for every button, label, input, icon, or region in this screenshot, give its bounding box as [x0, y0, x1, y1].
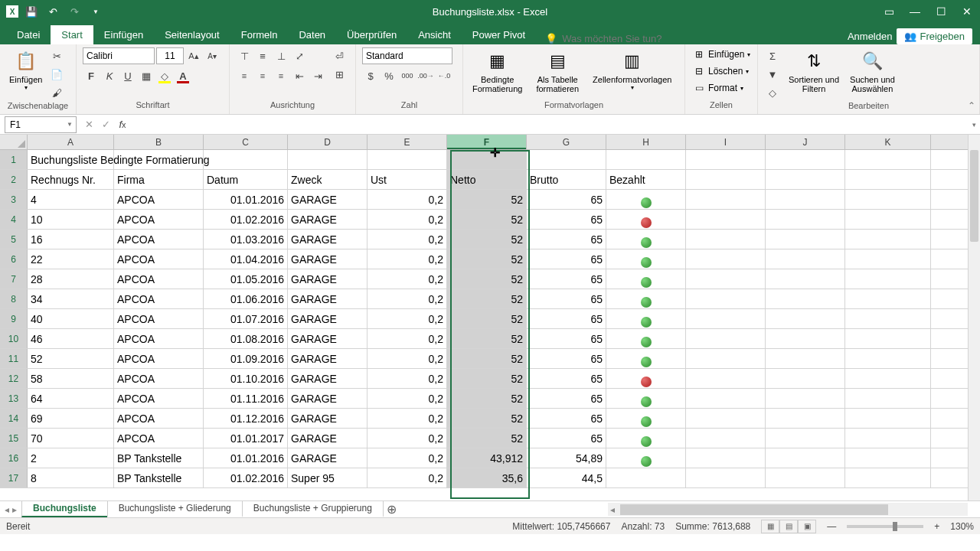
- cell-G6[interactable]: 65: [527, 249, 606, 269]
- undo-button[interactable]: ↶: [44, 3, 61, 20]
- cell-K17[interactable]: [845, 468, 931, 487]
- align-left-button[interactable]: ≡: [236, 67, 253, 84]
- cell-A4[interactable]: 10: [28, 210, 114, 229]
- cell-H13[interactable]: [606, 389, 686, 408]
- cell-I2[interactable]: [686, 170, 766, 189]
- cell-J4[interactable]: [766, 210, 845, 229]
- cell-H8[interactable]: [606, 289, 686, 308]
- cell-A17[interactable]: 8: [28, 468, 114, 487]
- conditional-formatting-button[interactable]: ▦ Bedingte Formatierung: [469, 47, 525, 95]
- cell-A14[interactable]: 69: [28, 409, 114, 428]
- increase-indent-button[interactable]: ⇥: [309, 67, 326, 84]
- redo-button[interactable]: ↷: [66, 3, 83, 20]
- cell-C14[interactable]: 01.12.2016: [204, 409, 288, 428]
- column-header-J[interactable]: J: [766, 135, 845, 149]
- ribbon-display-options[interactable]: ▭: [876, 0, 902, 23]
- cell-C16[interactable]: 01.01.2016: [204, 448, 288, 468]
- horizontal-scrollbar[interactable]: ◂: [608, 503, 968, 516]
- tell-me-input[interactable]: [562, 33, 700, 44]
- cell-K5[interactable]: [845, 230, 931, 249]
- cell-A16[interactable]: 2: [28, 448, 114, 468]
- cancel-formula-button[interactable]: ✕: [81, 117, 96, 132]
- cell-B10[interactable]: APCOA: [114, 329, 204, 348]
- cell-E17[interactable]: 0,2: [368, 468, 447, 487]
- column-header-G[interactable]: G: [527, 135, 606, 149]
- cell-A3[interactable]: 4: [28, 190, 114, 209]
- column-header-C[interactable]: C: [204, 135, 288, 149]
- cell-B6[interactable]: APCOA: [114, 249, 204, 269]
- column-header-I[interactable]: I: [686, 135, 766, 149]
- cell-C9[interactable]: 01.07.2016: [204, 309, 288, 328]
- cell-H10[interactable]: [606, 329, 686, 348]
- tab-powerpivot[interactable]: Power Pivot: [462, 25, 536, 44]
- cell-D15[interactable]: GARAGE: [288, 429, 368, 448]
- cell-E16[interactable]: 0,2: [368, 448, 447, 468]
- increase-decimal-button[interactable]: .00→: [417, 67, 434, 84]
- tab-home[interactable]: Start: [51, 25, 93, 44]
- cell-J15[interactable]: [766, 429, 845, 448]
- cell-C13[interactable]: 01.11.2016: [204, 389, 288, 408]
- cell-A5[interactable]: 16: [28, 230, 114, 249]
- cell-G8[interactable]: 65: [527, 289, 606, 308]
- tab-data[interactable]: Daten: [288, 25, 336, 44]
- tab-page-layout[interactable]: Seitenlayout: [154, 25, 230, 44]
- cell-I16[interactable]: [686, 448, 766, 468]
- cell-G12[interactable]: 65: [527, 369, 606, 388]
- row-header-3[interactable]: 3: [0, 190, 28, 209]
- paste-button[interactable]: 📋 Einfügen ▾: [6, 47, 45, 93]
- cell-B9[interactable]: APCOA: [114, 309, 204, 328]
- row-header-13[interactable]: 13: [0, 389, 28, 408]
- formula-input[interactable]: [135, 116, 968, 133]
- cell-I11[interactable]: [686, 349, 766, 368]
- row-header-4[interactable]: 4: [0, 210, 28, 229]
- cell-H6[interactable]: [606, 249, 686, 269]
- new-sheet-button[interactable]: ⊕: [383, 501, 401, 517]
- cell-E13[interactable]: 0,2: [368, 389, 447, 408]
- cell-D8[interactable]: GARAGE: [288, 289, 368, 308]
- cell-I6[interactable]: [686, 249, 766, 269]
- cell-E10[interactable]: 0,2: [368, 329, 447, 348]
- sort-filter-button[interactable]: ⇅ Sortieren und Filtern: [786, 47, 842, 95]
- cell-G1[interactable]: [527, 150, 606, 169]
- merge-center-button[interactable]: ⊞: [329, 66, 349, 83]
- column-header-K[interactable]: K: [845, 135, 931, 149]
- zoom-in-button[interactable]: +: [934, 521, 939, 532]
- cell-H3[interactable]: [606, 190, 686, 209]
- save-button[interactable]: 💾: [23, 3, 40, 20]
- cell-A10[interactable]: 46: [28, 329, 114, 348]
- fx-button[interactable]: fx: [115, 117, 130, 132]
- cell-G14[interactable]: 65: [527, 409, 606, 428]
- cell-I4[interactable]: [686, 210, 766, 229]
- cell-B3[interactable]: APCOA: [114, 190, 204, 209]
- cell-J1[interactable]: [766, 150, 845, 169]
- cell-E11[interactable]: 0,2: [368, 349, 447, 368]
- cell-J10[interactable]: [766, 329, 845, 348]
- cell-J2[interactable]: [766, 170, 845, 189]
- cell-J12[interactable]: [766, 369, 845, 388]
- cell-F5[interactable]: 52: [447, 230, 527, 249]
- row-header-11[interactable]: 11: [0, 349, 28, 368]
- border-button[interactable]: ▦: [138, 67, 155, 84]
- cell-B17[interactable]: BP Tankstelle: [114, 468, 204, 487]
- font-color-button[interactable]: A: [175, 67, 191, 84]
- cell-J13[interactable]: [766, 389, 845, 408]
- cell-F7[interactable]: 52: [447, 269, 527, 289]
- cell-D9[interactable]: GARAGE: [288, 309, 368, 328]
- cell-D16[interactable]: GARAGE: [288, 448, 368, 468]
- cell-F13[interactable]: 52: [447, 389, 527, 408]
- cell-G17[interactable]: 44,5: [527, 468, 606, 487]
- column-header-A[interactable]: A: [28, 135, 114, 149]
- column-header-F[interactable]: F: [447, 135, 527, 149]
- cell-G3[interactable]: 65: [527, 190, 606, 209]
- cell-K7[interactable]: [845, 269, 931, 289]
- cell-H2[interactable]: Bezahlt: [606, 170, 686, 189]
- row-header-9[interactable]: 9: [0, 309, 28, 328]
- zoom-thumb[interactable]: [893, 522, 897, 531]
- cell-K16[interactable]: [845, 448, 931, 468]
- cell-D10[interactable]: GARAGE: [288, 329, 368, 348]
- cell-I1[interactable]: [686, 150, 766, 169]
- copy-button[interactable]: 📄: [48, 66, 65, 83]
- sheet-tab-2[interactable]: Buchungsliste + Gliederung: [107, 501, 243, 517]
- increase-font-button[interactable]: A▴: [185, 47, 202, 64]
- cell-C10[interactable]: 01.08.2016: [204, 329, 288, 348]
